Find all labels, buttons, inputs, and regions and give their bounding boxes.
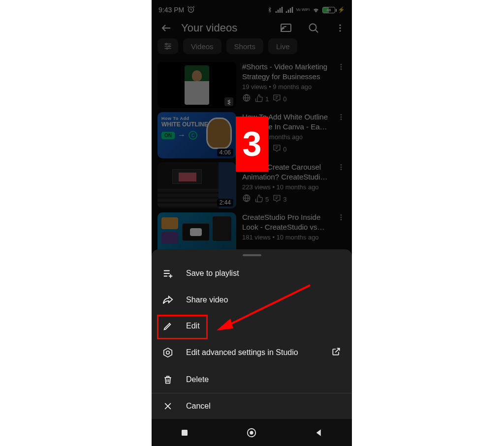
nav-recent-icon[interactable] [180,428,189,437]
sheet-share[interactable]: Share video [152,287,352,313]
bottom-sheet: Save to playlist Share video Edit Edit a… [152,249,352,419]
trash-icon [162,374,173,385]
android-nav-bar [152,419,352,446]
external-link-icon [331,347,341,358]
svg-point-26 [166,351,169,354]
close-icon [162,401,173,411]
playlist-add-icon [162,268,173,279]
nav-home-icon[interactable] [246,427,257,438]
sheet-label: Edit [186,322,200,330]
sheet-label: Cancel [186,402,211,411]
sheet-label: Edit advanced settings in Studio [186,348,298,357]
sheet-label: Save to playlist [186,269,239,278]
sheet-label: Share video [186,296,228,304]
phone-frame: 9:43 PM Vo WiFi 48 ⚡ Your videos [152,0,352,446]
svg-marker-25 [164,348,172,357]
share-icon [162,295,173,305]
sheet-save-playlist[interactable]: Save to playlist [152,260,352,287]
sheet-handle[interactable] [243,254,261,256]
sheet-delete[interactable]: Delete [152,366,352,393]
sheet-cancel[interactable]: Cancel [152,393,352,419]
sheet-advanced[interactable]: Edit advanced settings in Studio [152,339,352,366]
svg-rect-27 [182,430,188,436]
pencil-icon [162,321,173,331]
sheet-edit[interactable]: Edit [152,313,352,339]
nav-back-icon[interactable] [315,428,323,437]
svg-point-29 [250,431,253,434]
sheet-label: Delete [186,375,209,384]
studio-icon [162,347,173,358]
